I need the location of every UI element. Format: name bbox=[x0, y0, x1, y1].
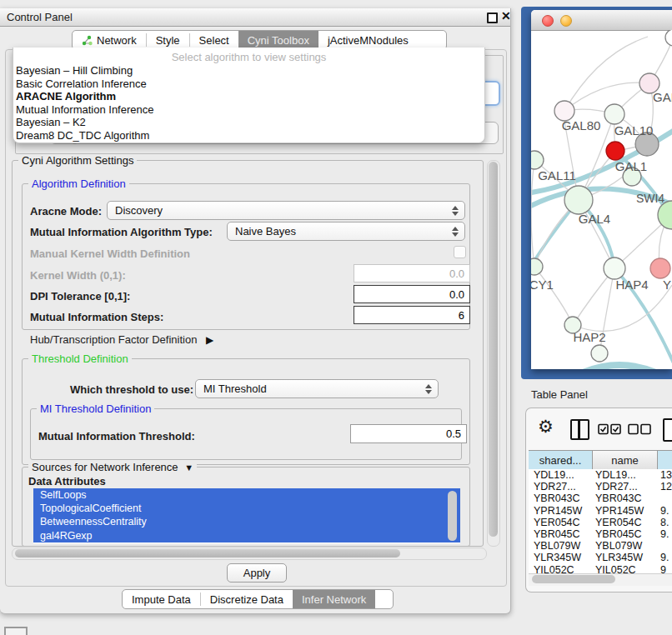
algorithm-option[interactable]: Basic Correlation Inference bbox=[15, 78, 482, 91]
table-cell[interactable]: YDL19... bbox=[529, 469, 594, 481]
table-cell[interactable]: YER054C bbox=[529, 517, 594, 528]
table-cell[interactable]: YDL19... bbox=[594, 469, 659, 481]
tab-select[interactable]: Select bbox=[190, 31, 238, 49]
table-cell[interactable]: YPR145W bbox=[529, 505, 594, 517]
data-attribute-item[interactable]: SelfLoops bbox=[33, 488, 460, 502]
table-row[interactable]: YBL079WYBL079W bbox=[529, 540, 672, 552]
table-row[interactable]: YER054CYER054C8. bbox=[529, 517, 672, 528]
algorithm-dropdown-list: Bayesian – Hill ClimbingBasic Correlatio… bbox=[15, 64, 482, 142]
column-header-shared[interactable]: shared... bbox=[529, 450, 593, 470]
new-table-icon-partial[interactable] bbox=[663, 418, 672, 442]
node-gal4[interactable] bbox=[564, 186, 593, 214]
node-top-partial[interactable] bbox=[665, 30, 672, 46]
table-cell[interactable]: 9. bbox=[659, 552, 669, 563]
node-selected-red[interactable] bbox=[606, 142, 624, 160]
aracne-mode-select[interactable]: Discovery bbox=[107, 201, 465, 220]
algorithm-option[interactable]: Bayesian – K2 bbox=[15, 116, 482, 129]
table-cell[interactable]: 8. bbox=[659, 517, 669, 528]
table-row[interactable]: YPR145WYPR145W9. bbox=[529, 505, 672, 517]
zoom-traffic-light[interactable] bbox=[579, 15, 589, 25]
algorithm-option[interactable]: Bayesian – Hill Climbing bbox=[15, 64, 482, 78]
tab-infer-network[interactable]: Infer Network bbox=[293, 590, 375, 608]
manual-kernel-width-checkbox[interactable] bbox=[454, 246, 466, 258]
table-cell[interactable]: YDR27... bbox=[529, 481, 594, 492]
table-cell[interactable]: 12 bbox=[659, 481, 672, 492]
gear-icon[interactable]: ⚙ bbox=[538, 418, 554, 435]
control-panel-title: Control Panel bbox=[7, 11, 73, 23]
table-cell[interactable]: YLR345W bbox=[529, 552, 594, 563]
node-label-hap2: HAP2 bbox=[573, 330, 605, 344]
table-cell[interactable]: YIL052C bbox=[594, 564, 659, 573]
apply-button[interactable]: Apply bbox=[227, 563, 287, 582]
table-cell[interactable]: YBR043C bbox=[529, 492, 594, 504]
data-attribute-item[interactable]: gal4RGexp bbox=[33, 529, 460, 542]
tab-cyni-toolbox[interactable]: Cyni Toolbox bbox=[238, 31, 318, 49]
table-cell[interactable]: 9. bbox=[659, 528, 669, 540]
node-hap4[interactable] bbox=[604, 258, 625, 279]
network-canvas[interactable]: GAL GAL80 GAL10 GAL1 GAL11 SWI4 GAL4 GCY… bbox=[531, 30, 672, 369]
table-cell[interactable]: YLR345W bbox=[594, 552, 659, 563]
algorithm-option[interactable]: Dream8 DC_TDC Algorithm bbox=[15, 129, 482, 142]
attributes-scrollbar-thumb[interactable] bbox=[448, 491, 457, 541]
column-header-partial[interactable] bbox=[658, 450, 672, 470]
table-cell[interactable]: 9. bbox=[659, 505, 669, 517]
dpi-tolerance-field[interactable]: 0.0 bbox=[354, 285, 470, 303]
tab-style[interactable]: Style bbox=[147, 31, 189, 49]
hub-tf-definition-toggle[interactable]: Hub/Transcription Factor Definition ▶ bbox=[30, 333, 213, 346]
data-attributes-label: Data Attributes bbox=[28, 475, 106, 488]
collapse-arrow-icon[interactable]: ▼ bbox=[184, 462, 193, 472]
tab-jactivemnodules[interactable]: jActiveMNodules bbox=[318, 31, 418, 49]
algorithm-option[interactable]: ARACNE Algorithm bbox=[15, 90, 482, 103]
mi-threshold-field[interactable]: 0.5 bbox=[350, 424, 467, 443]
settings-vscrollbar-thumb[interactable] bbox=[489, 162, 498, 537]
node-table[interactable]: YDL19...YDL19...13YDR27...YDR27...12YBR0… bbox=[529, 469, 672, 573]
deselect-all-columns-icon[interactable] bbox=[628, 423, 653, 438]
mi-algorithm-type-select[interactable]: Naive Bayes bbox=[227, 222, 465, 241]
data-attribute-item[interactable]: TopologicalCoefficient bbox=[33, 502, 460, 515]
table-cell[interactable]: YIL052C bbox=[529, 564, 594, 573]
table-cell[interactable]: YER054C bbox=[594, 517, 659, 528]
table-row[interactable]: YIL052CYIL052C9 bbox=[529, 564, 672, 574]
network-window-titlebar bbox=[531, 10, 672, 31]
node-salmon[interactable] bbox=[650, 258, 670, 278]
close-icon[interactable]: ✕ bbox=[501, 9, 511, 22]
settings-hscrollbar-thumb[interactable] bbox=[15, 549, 400, 558]
node-bottom-partial[interactable] bbox=[591, 345, 608, 362]
node-gal10[interactable] bbox=[604, 104, 624, 124]
collapsed-panel-icon[interactable] bbox=[4, 627, 28, 635]
table-cell[interactable]: YBR043C bbox=[594, 492, 659, 504]
select-all-columns-icon[interactable] bbox=[598, 423, 623, 438]
tab-network[interactable]: Network bbox=[73, 31, 146, 49]
node-label-swi4: SWI4 bbox=[636, 192, 664, 205]
tab-discretize-data[interactable]: Discretize Data bbox=[201, 590, 293, 608]
column-header-name[interactable]: name bbox=[593, 450, 658, 470]
table-cell[interactable]: YBR045C bbox=[529, 528, 594, 540]
float-window-icon[interactable] bbox=[487, 12, 498, 23]
table-cell[interactable]: YDR27... bbox=[594, 481, 659, 492]
algorithm-option[interactable]: Mutual Information Inference bbox=[15, 103, 482, 117]
node-label-gal80: GAL80 bbox=[562, 118, 601, 132]
node-label-gal11: GAL11 bbox=[538, 168, 576, 182]
table-row[interactable]: YDL19...YDL19...13 bbox=[529, 469, 672, 481]
table-row[interactable]: YDR27...YDR27...12 bbox=[529, 481, 672, 492]
node-green-partial[interactable] bbox=[658, 201, 672, 229]
table-cell[interactable]: YBL079W bbox=[529, 540, 594, 552]
table-cell[interactable]: YBL079W bbox=[594, 540, 659, 552]
table-row[interactable]: YBR045CYBR045C9. bbox=[529, 528, 672, 540]
tab-impute-data[interactable]: Impute Data bbox=[123, 590, 200, 608]
close-traffic-light[interactable] bbox=[542, 15, 554, 27]
mi-steps-field[interactable]: 6 bbox=[354, 306, 470, 324]
table-hscrollbar-thumb[interactable] bbox=[532, 575, 615, 583]
data-attributes-list[interactable]: SelfLoopsTopologicalCoefficientBetweenne… bbox=[33, 488, 460, 543]
table-cell[interactable]: 13 bbox=[659, 469, 672, 481]
split-columns-icon[interactable] bbox=[570, 419, 589, 440]
which-threshold-select[interactable]: MI Threshold bbox=[195, 379, 439, 398]
table-row[interactable]: YLR345WYLR345W9. bbox=[529, 552, 672, 563]
table-cell[interactable]: YPR145W bbox=[594, 505, 659, 517]
table-cell[interactable]: YBR045C bbox=[594, 528, 659, 540]
node-gcy1[interactable] bbox=[531, 258, 543, 275]
table-row[interactable]: YBR043CYBR043C bbox=[529, 492, 672, 504]
data-attribute-item[interactable]: BetweennessCentrality bbox=[33, 515, 460, 528]
minimize-traffic-light[interactable] bbox=[560, 15, 572, 27]
table-cell[interactable]: 9 bbox=[659, 564, 666, 573]
